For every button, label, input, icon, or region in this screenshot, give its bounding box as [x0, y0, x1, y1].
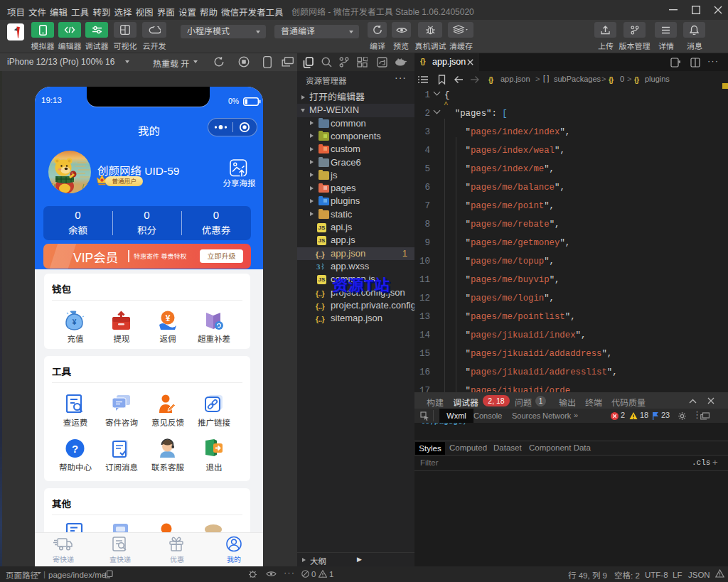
svg-text:?: ? — [72, 443, 78, 455]
svg-text:3: 3 — [316, 262, 321, 271]
svg-text:¥: ¥ — [166, 313, 171, 323]
svg-text:¥: ¥ — [73, 318, 77, 326]
